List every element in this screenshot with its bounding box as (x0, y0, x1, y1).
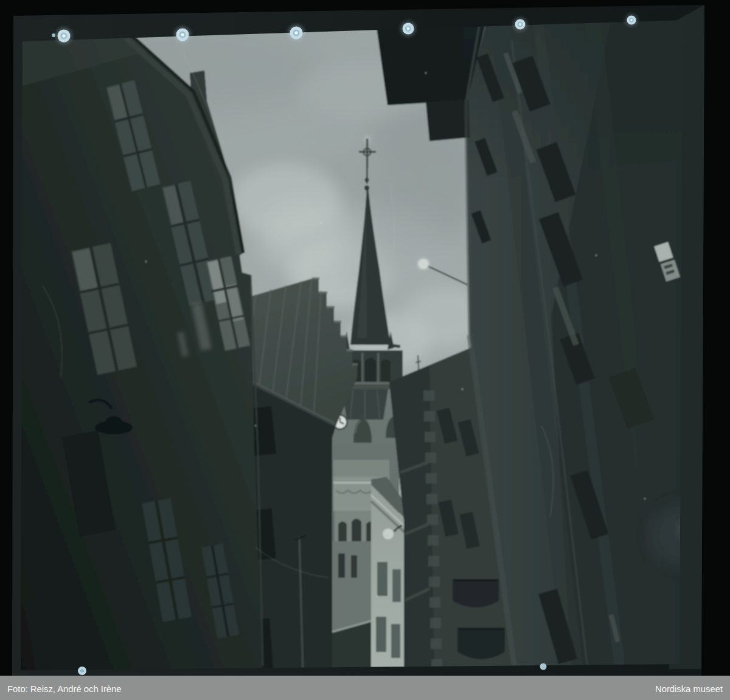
svg-text:Nordiska museet: Nordiska museet (655, 684, 723, 694)
svg-text:Foto: Reisz, André och Irène: Foto: Reisz, André och Irène (7, 684, 122, 694)
